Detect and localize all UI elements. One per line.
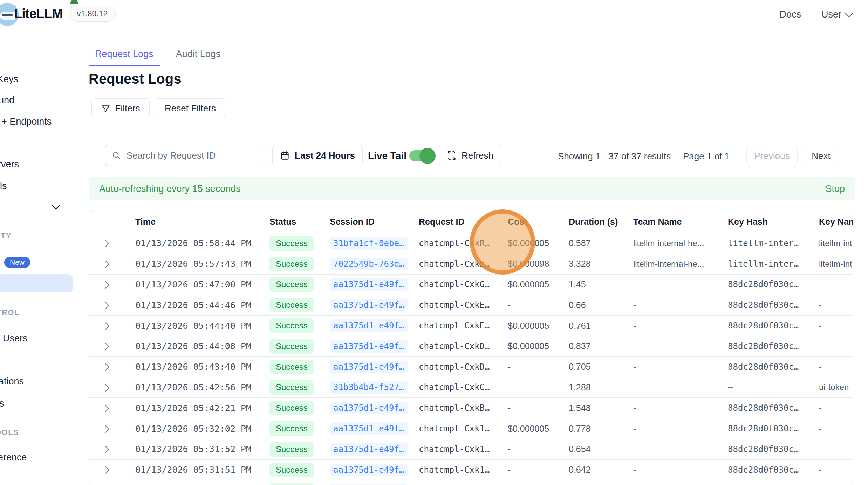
sidebar-item-api-reference[interactable]: erence [0,452,27,463]
expand-row-chevron-icon[interactable] [102,425,109,432]
cell-status: Success [253,236,313,251]
live-tail-toggle[interactable] [409,150,433,161]
expand-row-chevron-icon[interactable] [102,363,109,371]
cell-status: Success [253,401,313,415]
session-id-link[interactable]: 31bfa1cf-0ebe… [330,237,408,250]
session-id-link[interactable]: aa1375d1-e49f… [330,443,408,456]
cell-key-hash: 88dc28d0f030c… [711,341,802,351]
cell-duration: 1.548 [552,403,617,413]
table-row[interactable]: 01/13/2026 05:31:51 PM Success aa1375d1-… [89,459,853,480]
expand-row-chevron-icon[interactable] [102,322,109,330]
status-badge: Success [269,318,314,333]
table-row[interactable]: 01/13/2026 05:42:56 PM Success 31b3b4b4-… [89,377,853,398]
expand-row-chevron-icon[interactable] [102,302,109,309]
tab-audit-logs[interactable]: Audit Logs [170,47,227,66]
table-row[interactable]: 01/13/2026 05:57:43 PM Success 7022549b-… [89,254,853,274]
search-input[interactable] [126,150,253,161]
refresh-button[interactable]: Refresh [439,144,501,167]
session-id-link[interactable]: aa1375d1-e49f… [330,340,408,353]
cell-key-name: - [802,341,853,351]
previous-page-button[interactable]: Previous [746,146,798,166]
search-request-id-box[interactable] [105,144,266,167]
cell-team-name: - [617,403,711,413]
cell-key-hash: – [711,382,802,392]
filters-button[interactable]: Filters [91,98,150,118]
session-id-link[interactable]: aa1375d1-e49f… [330,402,408,414]
docs-link[interactable]: Docs [779,9,801,20]
sidebar-item-organizations[interactable]: ations [0,376,24,387]
status-badge: Success [269,401,314,415]
table-header-row: Time Status Session ID Request ID Cost D… [89,210,853,233]
cell-session-id: aa1375d1-e49f… [313,422,402,435]
session-id-link[interactable]: aa1375d1-e49f… [330,299,408,311]
session-id-link[interactable]: aa1375d1-e49f… [330,361,408,373]
next-page-button[interactable]: Next [804,146,838,166]
table-row[interactable]: 01/13/2026 05:44:08 PM Success aa1375d1-… [89,336,853,356]
table-row[interactable]: 01/13/2026 05:44:46 PM Success aa1375d1-… [89,295,853,315]
sidebar-item-keys[interactable]: Keys [0,74,18,85]
cell-session-id: aa1375d1-e49f… [313,361,402,373]
live-tail-label: Live Tail [368,150,406,161]
cell-request-id: chatcmpl-CxkD… [402,362,491,372]
cell-key-hash: 88dc28d0f030c… [711,403,802,413]
session-id-link[interactable]: aa1375d1-e49f… [330,422,408,435]
cell-request-id: chatcmpl-CxkC… [402,382,491,392]
cell-session-id: aa1375d1-e49f… [313,319,402,332]
sidebar-item-playground[interactable]: und [0,95,14,106]
sidebar-item-logs-active[interactable] [0,274,73,292]
session-id-link[interactable]: aa1375d1-e49f… [330,464,408,476]
expand-row-chevron-icon[interactable] [102,466,109,474]
stop-auto-refresh-button[interactable]: Stop [825,183,845,194]
sidebar-item-guardrails[interactable]: ils [0,181,7,192]
table-row[interactable]: 01/13/2026 05:47:00 PM Success aa1375d1-… [89,274,853,295]
sidebar-section-access-control: TROL [0,308,20,317]
cell-request-id: chatcmpl-Cxk1… [402,465,491,475]
cell-session-id: 31b3b4b4-f527… [313,381,402,394]
table-row[interactable]: 01/13/2026 05:31:38 PM Success aa1375d1-… [89,480,853,485]
cell-duration: 0.837 [552,341,617,351]
user-menu[interactable]: User [821,9,852,20]
auto-refresh-banner: Auto-refreshing every 15 seconds Stop [89,177,855,200]
sidebar-item-teams[interactable]: s [0,398,4,409]
expand-row-chevron-icon[interactable] [102,384,109,392]
col-session-id: Session ID [313,217,402,227]
sidebar-item-models-endpoints[interactable]: + Endpoints [1,116,52,127]
cell-time: 01/13/2026 05:42:21 PM [119,403,253,413]
cell-duration: 0.587 [552,238,617,248]
col-team-name: Team Name [617,217,711,227]
table-row[interactable]: 01/13/2026 05:44:40 PM Success aa1375d1-… [89,315,853,336]
session-id-link[interactable]: 7022549b-763e… [330,258,408,270]
cell-duration: 3.328 [552,259,617,269]
expand-row-chevron-icon[interactable] [102,261,109,268]
sidebar-item-users[interactable]: Users [3,333,28,344]
sidebar-item-servers[interactable]: rvers [0,159,19,170]
expand-row-chevron-icon[interactable] [102,343,109,350]
expand-row-chevron-icon[interactable] [102,281,109,289]
toggle-knob [419,148,436,164]
cell-team-name: - [617,362,711,372]
cell-status: Success [253,380,313,395]
tab-request-logs[interactable]: Request Logs [89,47,160,66]
cell-team-name: litellm-internal-he... [617,259,711,269]
table-row[interactable]: 01/13/2026 05:42:21 PM Success aa1375d1-… [89,397,853,418]
reset-filters-button[interactable]: Reset Filters [155,98,226,118]
session-id-link[interactable]: 31b3b4b4-f527… [330,381,408,394]
session-id-link[interactable]: aa1375d1-e49f… [330,319,408,332]
expand-row-chevron-icon[interactable] [102,240,109,247]
cell-team-name: litellm-internal-he... [617,238,711,248]
table-row[interactable]: 01/13/2026 05:31:52 PM Success aa1375d1-… [89,439,853,459]
table-row[interactable]: 01/13/2026 05:43:40 PM Success aa1375d1-… [89,356,853,377]
expand-row-chevron-icon[interactable] [102,446,109,453]
expand-row-chevron-icon[interactable] [102,405,109,412]
cell-session-id: aa1375d1-e49f… [313,443,402,456]
status-badge: Success [269,257,314,271]
status-badge: Success [269,442,314,457]
session-id-link[interactable]: aa1375d1-e49f… [330,278,408,291]
reset-filters-label: Reset Filters [165,103,216,114]
sidebar-collapse-chevron-icon[interactable] [51,200,61,210]
cell-duration: 1.45 [552,279,617,290]
cell-key-name: - [802,444,853,454]
table-row[interactable]: 01/13/2026 05:32:02 PM Success aa1375d1-… [89,418,853,439]
table-body: 01/13/2026 05:58:44 PM Success 31bfa1cf-… [89,233,853,485]
time-range-button[interactable]: Last 24 Hours [272,144,363,167]
